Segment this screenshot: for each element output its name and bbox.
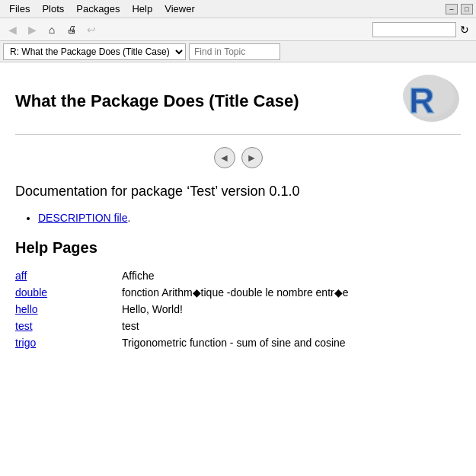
package-description: Documentation for package ‘Test’ version… — [15, 184, 461, 200]
refresh-icon: ↻ — [460, 24, 469, 36]
table-row: trigo Trigonometric function - sum of si… — [15, 334, 461, 351]
window-controls: – □ — [446, 4, 473, 14]
table-row: hello Hello, World! — [15, 301, 461, 318]
menu-viewer[interactable]: Viewer — [158, 2, 201, 16]
next-arrow-button[interactable]: ► — [241, 147, 263, 168]
menu-help[interactable]: Help — [126, 2, 158, 16]
help-description-cell: Affiche — [122, 267, 461, 284]
help-pages-table: aff Affiche double fonction Arithm◆tique… — [15, 267, 461, 351]
r-logo: R R — [400, 75, 461, 128]
table-row: aff Affiche — [15, 267, 461, 284]
help-link-cell: trigo — [15, 334, 122, 351]
svg-text:R: R — [409, 81, 434, 120]
help-page-link[interactable]: test — [15, 320, 33, 332]
addressbar: R: What the Package Does (Title Case) — [0, 41, 476, 62]
prev-arrow-icon: ◄ — [219, 152, 230, 164]
forward-icon: ▶ — [28, 24, 37, 36]
help-page-link[interactable]: double — [15, 286, 47, 299]
search-input[interactable] — [372, 22, 456, 37]
print-icon: 🖨 — [67, 24, 77, 35]
help-page-link[interactable]: trigo — [15, 337, 36, 349]
help-description-cell: test — [122, 318, 461, 334]
refresh-button[interactable]: ↻ — [456, 21, 473, 38]
home-icon: ⌂ — [49, 24, 55, 36]
desc-list-item: DESCRIPTION file. — [38, 212, 461, 224]
menu-files[interactable]: Files — [3, 2, 36, 16]
desc-link-suffix: . — [127, 212, 130, 224]
back-button[interactable]: ◀ — [3, 21, 21, 38]
table-row: double fonction Arithm◆tique -double le … — [15, 284, 461, 301]
toolbar: ◀ ▶ ⌂ 🖨 ↩ ↻ — [0, 18, 476, 41]
address-select[interactable]: R: What the Package Does (Title Case) — [3, 43, 186, 60]
undo-button[interactable]: ↩ — [82, 21, 101, 38]
content-area: What the Package Does (Title Case) R R ◄… — [0, 62, 476, 476]
help-description-cell: fonction Arithm◆tique -double le nombre … — [122, 284, 461, 301]
help-link-cell: double — [15, 284, 122, 301]
description-file-link[interactable]: DESCRIPTION file — [38, 212, 127, 224]
help-link-cell: aff — [15, 267, 122, 284]
help-link-cell: test — [15, 318, 122, 334]
help-pages-heading: Help Pages — [15, 239, 461, 257]
undo-icon: ↩ — [87, 24, 96, 36]
page-header: What the Package Does (Title Case) R R — [15, 75, 461, 128]
table-row: test test — [15, 318, 461, 334]
menu-plots[interactable]: Plots — [36, 2, 70, 16]
find-input[interactable] — [189, 43, 280, 60]
home-button[interactable]: ⌂ — [43, 21, 61, 38]
prev-arrow-button[interactable]: ◄ — [214, 147, 235, 168]
description-list: DESCRIPTION file. — [38, 212, 461, 224]
help-page-link[interactable]: aff — [15, 270, 27, 282]
help-link-cell: hello — [15, 301, 122, 318]
help-description-cell: Trigonometric function - sum of sine and… — [122, 334, 461, 351]
back-icon: ◀ — [8, 24, 17, 36]
header-divider — [15, 134, 461, 135]
maximize-button[interactable]: □ — [461, 4, 473, 14]
forward-button[interactable]: ▶ — [23, 21, 41, 38]
page-title: What the Package Does (Title Case) — [15, 91, 299, 111]
search-area: ↻ — [372, 21, 473, 38]
help-page-link[interactable]: hello — [15, 303, 38, 315]
print-button[interactable]: 🖨 — [62, 21, 81, 38]
help-description-cell: Hello, World! — [122, 301, 461, 318]
nav-arrows: ◄ ► — [15, 147, 461, 168]
minimize-button[interactable]: – — [446, 4, 458, 14]
menubar: Files Plots Packages Help Viewer – □ — [0, 0, 476, 18]
menu-packages[interactable]: Packages — [70, 2, 126, 16]
next-arrow-icon: ► — [247, 152, 257, 164]
